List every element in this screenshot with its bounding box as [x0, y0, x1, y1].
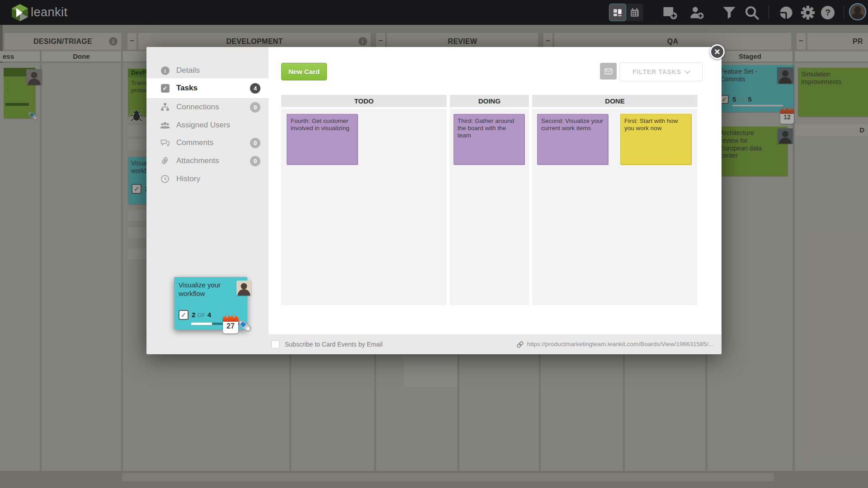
- sidebar-item-comments[interactable]: Comments 0: [146, 134, 269, 152]
- calendar-view-icon: [630, 8, 640, 18]
- sidebar-item-history[interactable]: History: [146, 170, 269, 188]
- history-clock-icon: [160, 174, 170, 183]
- attachments-count-badge: 0: [250, 156, 260, 166]
- help-icon[interactable]: ?: [821, 6, 835, 19]
- analytics-pie-icon[interactable]: [778, 5, 794, 20]
- task-card-second[interactable]: Second: Visualize your current work item…: [537, 114, 608, 164]
- sidebar-item-label: Tasks: [176, 84, 198, 93]
- board-view-button[interactable]: [609, 4, 626, 21]
- link-icon: [516, 341, 524, 348]
- sidebar-item-label: Connections: [176, 103, 219, 112]
- sidebar-item-label: History: [176, 174, 200, 183]
- due-date: 27: [223, 322, 238, 330]
- filter-icon[interactable]: [722, 5, 737, 20]
- progress-of: OF: [198, 312, 206, 319]
- task-column-header-done: DONE: [532, 95, 698, 107]
- task-card-fourth[interactable]: Fourth: Get customer involved in visuali…: [287, 114, 358, 164]
- due-date-icon: 27: [223, 316, 238, 333]
- view-toggle: [609, 4, 643, 21]
- task-column-header-todo: TODO: [281, 95, 447, 107]
- card-task-checkbox[interactable]: ✓: [179, 310, 189, 320]
- avatar[interactable]: [236, 281, 251, 296]
- card-url: https://productmarketingteam.leankit.com…: [527, 334, 713, 354]
- comments-count-badge: 0: [250, 138, 260, 148]
- calendar-ring: [233, 314, 235, 318]
- progress-done: 2: [192, 311, 195, 319]
- task-column-header-doing: DOING: [450, 95, 529, 107]
- sidebar-item-connections[interactable]: Connections 0: [146, 98, 269, 116]
- sidebar-item-details[interactable]: i Details: [146, 61, 269, 80]
- info-icon: i: [160, 66, 170, 75]
- chevron-down-icon: [684, 68, 690, 74]
- board-view-icon: [613, 8, 623, 18]
- new-card-button[interactable]: New Card: [281, 63, 327, 80]
- email-tasks-button[interactable]: [600, 63, 617, 80]
- assigned-users-icon: [160, 121, 170, 130]
- sidebar-item-label: Comments: [176, 138, 213, 147]
- calendar-view-button[interactable]: [626, 4, 643, 21]
- progress-total: 4: [208, 311, 211, 319]
- envelope-icon: [604, 66, 613, 76]
- paperclip-icon: [160, 156, 170, 165]
- sidebar-item-assigned-users[interactable]: Assigned Users: [146, 116, 269, 134]
- task-card-third[interactable]: Third: Gather around the board with the …: [453, 114, 524, 164]
- sidebar-item-label: Details: [176, 66, 200, 75]
- connections-count-badge: 0: [250, 102, 260, 113]
- card-progress-fill: [191, 323, 212, 325]
- add-card-icon[interactable]: [663, 5, 678, 20]
- task-card-first[interactable]: First: Start with how you work now: [620, 114, 691, 164]
- leankit-app: leankit: [0, 0, 868, 488]
- settings-gear-icon[interactable]: [800, 5, 816, 20]
- subscribe-checkbox[interactable]: [271, 340, 279, 348]
- user-avatar[interactable]: [849, 3, 866, 20]
- tasks-count-badge: 4: [250, 83, 260, 94]
- top-bar: leankit: [0, 0, 868, 25]
- calendar-ring: [226, 314, 228, 318]
- tag-icon: [236, 317, 256, 337]
- filter-tasks-label: FILTER TASKS: [632, 68, 681, 75]
- sidebar-item-label: Assigned Users: [176, 121, 230, 130]
- sidebar-item-label: Attachments: [176, 156, 219, 165]
- comments-icon: [160, 138, 170, 147]
- close-dialog-button[interactable]: ×: [710, 44, 725, 59]
- dialog-footer: Subscribe to Card Events by Email https:…: [269, 334, 722, 354]
- toolbar-divider: [844, 5, 844, 19]
- sidebar-item-tasks[interactable]: ✓ Tasks 4: [146, 78, 269, 98]
- subscribe-label: Subscribe to Card Events by Email: [285, 334, 382, 354]
- card-progress-label: 2 OF 4: [192, 311, 211, 319]
- add-user-icon[interactable]: [689, 5, 704, 20]
- leankit-logo-icon[interactable]: [12, 4, 28, 21]
- toolbar-divider: [769, 5, 769, 19]
- card-link[interactable]: https://productmarketingteam.leankit.com…: [516, 334, 713, 354]
- sidebar-item-attachments[interactable]: Attachments 0: [146, 152, 269, 170]
- connections-icon: [160, 103, 170, 112]
- card-title: Visualize your workflow: [179, 281, 232, 298]
- calendar-top: [223, 316, 238, 322]
- search-icon[interactable]: [744, 5, 760, 20]
- tasks-check-icon: ✓: [160, 84, 170, 93]
- leankit-logo-text: leankit: [31, 5, 68, 19]
- filter-tasks-button[interactable]: FILTER TASKS: [619, 62, 703, 81]
